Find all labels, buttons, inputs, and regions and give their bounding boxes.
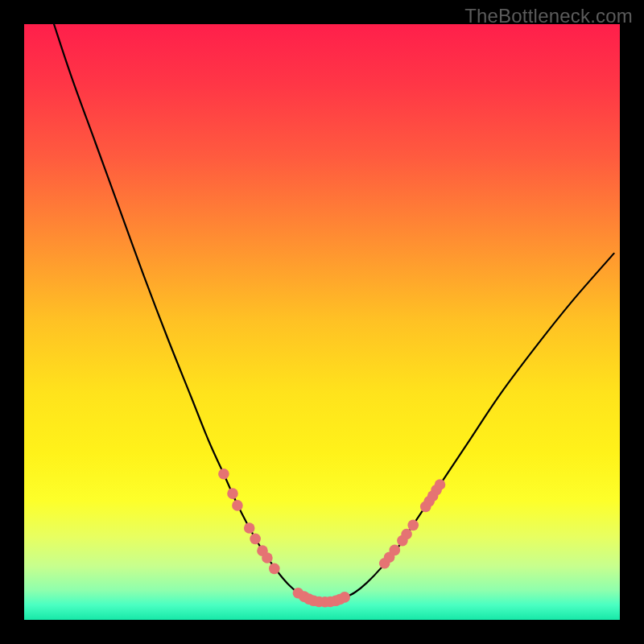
curve-marker — [339, 592, 350, 603]
curve-marker — [218, 469, 229, 480]
curve-markers — [218, 469, 445, 608]
curve-marker — [227, 488, 238, 499]
curve-layer — [24, 24, 620, 620]
curve-marker — [401, 529, 412, 540]
curve-marker — [244, 522, 255, 534]
plot-area — [24, 24, 620, 620]
chart-frame: TheBottleneck.com — [0, 0, 644, 644]
curve-marker — [435, 479, 446, 490]
curve-marker — [250, 534, 261, 545]
curve-marker — [407, 520, 419, 531]
curve-marker — [232, 500, 243, 511]
curve-marker — [269, 564, 280, 575]
bottleneck-curve — [54, 24, 614, 602]
curve-marker — [389, 545, 400, 556]
curve-marker — [262, 552, 273, 564]
